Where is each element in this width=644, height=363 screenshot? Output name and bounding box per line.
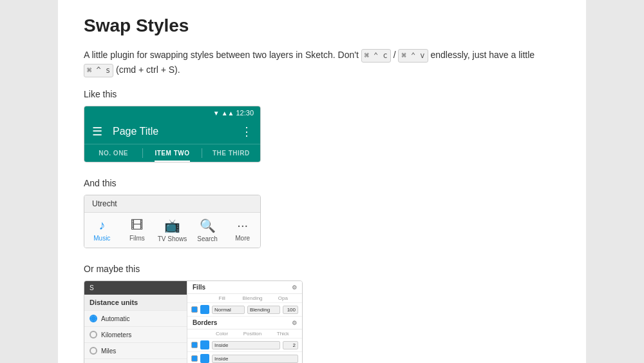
itunes-more[interactable]: ··· More (225, 218, 260, 242)
sketch-mockup: S Distance units Automatic Kilometers Mi… (84, 280, 303, 363)
signal-icon: ▲▲ (222, 110, 234, 117)
border-position-col: Position (237, 331, 267, 337)
android-status-icons: ▼ ▲▲ 12:30 (213, 109, 254, 117)
borders-col-labels: Color Position Thick (187, 329, 302, 338)
opacity-col-label: Opa (268, 295, 298, 301)
radio-automatic[interactable]: Automatic (84, 311, 187, 327)
android-tab-3[interactable]: THE THIRD (202, 144, 260, 162)
hamburger-icon: ☰ (92, 124, 102, 139)
kbd-paste: ⌘ ⌃ v (398, 49, 428, 63)
border-row-1: Inside 2 (187, 338, 302, 352)
music-label: Music (93, 235, 110, 242)
automatic-label: Automatic (101, 315, 129, 322)
itunes-icons-row: ♪ Music 🎞 Films 📺 TV Shows 🔍 Search ··· … (84, 213, 260, 248)
fill-blending-dropdown[interactable]: Blending (247, 306, 280, 314)
radio-kilometers-btn[interactable] (90, 331, 97, 338)
fill-opacity-value[interactable]: 100 (283, 306, 298, 314)
music-icon: ♪ (99, 218, 105, 233)
tv-icon: 📺 (164, 218, 180, 233)
android-status-bar: ▼ ▲▲ 12:30 (84, 106, 260, 119)
kbd-swap: ⌘ ^ s (84, 64, 113, 77)
android-tab-2[interactable]: ITEM TWO (143, 144, 201, 162)
borders-gear-icon: ⚙ (292, 320, 297, 326)
miles-label: Miles (101, 348, 116, 355)
wifi-icon: ▼ (213, 110, 220, 117)
android-toolbar-title: Page Title (113, 126, 231, 137)
android-tabs: NO. ONE ITEM TWO THE THIRD (84, 144, 260, 162)
border-color-1[interactable] (200, 340, 209, 349)
sketch-left-panel: S Distance units Automatic Kilometers Mi… (84, 281, 187, 363)
radio-automatic-btn[interactable] (90, 315, 97, 322)
fill-checkbox-1[interactable] (191, 306, 198, 313)
fill-color-1[interactable] (200, 305, 209, 314)
fill-normal-dropdown[interactable]: Normal (212, 306, 245, 314)
fill-col-label: Fill (207, 295, 237, 301)
more-icon: ⋮ (241, 124, 252, 139)
search-icon: 🔍 (200, 218, 216, 233)
border-inside-1[interactable]: Inside (212, 341, 280, 349)
itunes-music[interactable]: ♪ Music (84, 218, 120, 242)
more-dots-icon: ··· (237, 218, 248, 233)
itunes-header: Utrecht (84, 195, 260, 213)
films-label: Films (129, 235, 145, 242)
search-label: Search (197, 235, 218, 242)
border-inside-2[interactable]: Inside (212, 355, 298, 363)
blending-col-label: Blending (237, 295, 267, 301)
radio-miles[interactable]: Miles (84, 343, 187, 359)
borders-section: Borders ⚙ (187, 317, 302, 329)
description: A little plugin for swapping styles betw… (84, 48, 560, 77)
border-checkbox-2[interactable] (191, 355, 198, 362)
itunes-search[interactable]: 🔍 Search (190, 218, 225, 242)
sketch-left-header: S (84, 281, 187, 295)
android-mockup: ▼ ▲▲ 12:30 ☰ Page Title ⋮ NO. ONE ITEM T… (84, 106, 261, 162)
itunes-mockup: Utrecht ♪ Music 🎞 Films 📺 TV Shows 🔍 Sea… (84, 195, 261, 248)
fills-col-labels: Fill Blending Opa (187, 294, 302, 303)
android-toolbar: ☰ Page Title ⋮ (84, 119, 260, 144)
android-time: 12:30 (236, 109, 254, 117)
tvshows-label: TV Shows (158, 235, 187, 242)
sketch-right-panel: Fills ⚙ Fill Blending Opa Normal Blendin… (187, 281, 302, 363)
itunes-films[interactable]: 🎞 Films (120, 218, 155, 242)
more-label: More (235, 235, 250, 242)
section1-label: Like this (84, 89, 560, 99)
border-checkbox-1[interactable] (191, 342, 198, 348)
page-container: Swap Styles A little plugin for swapping… (58, 0, 586, 363)
fills-section: Fills ⚙ (187, 281, 302, 294)
radio-kilometers[interactable]: Kilometers (84, 327, 187, 343)
border-thick-col: Thick (268, 331, 298, 337)
section2-label: And this (84, 178, 560, 188)
border-row-2: Inside (187, 352, 302, 363)
itunes-tvshows[interactable]: 📺 TV Shows (155, 218, 190, 242)
fills-gear-icon: ⚙ (292, 284, 297, 291)
section3-label: Or maybe this (84, 264, 560, 274)
kilometers-label: Kilometers (101, 331, 131, 338)
border-thickness-1[interactable]: 2 (283, 341, 298, 349)
distance-title: Distance units (84, 295, 187, 311)
page-title: Swap Styles (84, 15, 560, 36)
fills-row-1: Normal Blending 100 (187, 303, 302, 317)
film-icon: 🎞 (131, 218, 144, 233)
android-tab-1[interactable]: NO. ONE (84, 144, 142, 162)
fills-label: Fills (193, 284, 205, 291)
borders-label: Borders (193, 319, 217, 326)
kbd-copy: ⌘ ⌃ c (361, 49, 391, 63)
border-color-2[interactable] (200, 354, 209, 363)
border-color-col: Color (207, 331, 237, 337)
radio-miles-btn[interactable] (90, 347, 97, 355)
